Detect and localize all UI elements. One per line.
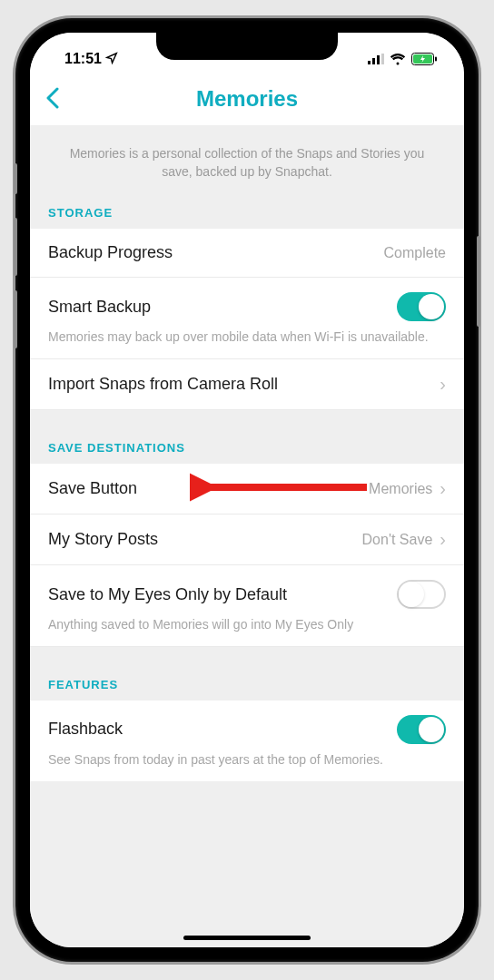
flashback-toggle[interactable] xyxy=(397,715,446,744)
row-backup-progress[interactable]: Backup Progress Complete xyxy=(30,229,464,278)
flashback-label: Flashback xyxy=(48,720,123,739)
chevron-right-icon: › xyxy=(440,529,446,550)
row-my-story-posts[interactable]: My Story Posts Don't Save › xyxy=(30,514,464,565)
flashback-helper: See Snaps from today in past years at th… xyxy=(48,751,446,769)
save-button-label: Save Button xyxy=(48,479,137,498)
screen: 11:51 Memories xyxy=(30,33,464,947)
smart-backup-helper: Memories may back up over mobile data wh… xyxy=(48,328,446,346)
my-story-posts-value: Don't Save xyxy=(362,532,433,548)
my-story-posts-label: My Story Posts xyxy=(48,530,158,549)
svg-rect-0 xyxy=(368,61,370,64)
backup-progress-label: Backup Progress xyxy=(48,243,173,262)
svg-rect-2 xyxy=(377,55,380,64)
page-description: Memories is a personal collection of the… xyxy=(30,125,464,193)
row-import-snaps[interactable]: Import Snaps from Camera Roll › xyxy=(30,359,464,410)
home-indicator[interactable] xyxy=(183,936,311,940)
silent-switch xyxy=(14,163,17,194)
svg-rect-6 xyxy=(435,57,437,62)
chevron-right-icon: › xyxy=(440,374,446,395)
location-arrow-icon xyxy=(105,52,118,67)
power-button xyxy=(477,236,480,327)
row-save-button[interactable]: Save Button Memories › xyxy=(30,464,464,514)
save-eyes-only-helper: Anything saved to Memories will go into … xyxy=(48,616,446,633)
svg-rect-3 xyxy=(381,54,384,64)
back-button[interactable] xyxy=(46,84,59,113)
smart-backup-label: Smart Backup xyxy=(48,298,151,317)
row-smart-backup: Smart Backup Memories may back up over m… xyxy=(30,278,464,359)
save-eyes-only-toggle[interactable] xyxy=(397,580,446,609)
section-header-features: FEATURES xyxy=(30,647,464,701)
volume-down-button xyxy=(14,290,17,348)
page-title: Memories xyxy=(196,86,298,112)
battery-charging-icon xyxy=(411,53,437,65)
backup-progress-value: Complete xyxy=(384,245,446,261)
section-header-save-destinations: SAVE DESTINATIONS xyxy=(30,410,464,464)
save-eyes-only-label: Save to My Eyes Only by Default xyxy=(48,585,287,604)
row-flashback: Flashback See Snaps from today in past y… xyxy=(30,701,464,781)
wifi-icon xyxy=(390,54,406,65)
chevron-right-icon: › xyxy=(440,478,446,499)
notch xyxy=(156,33,338,60)
nav-header: Memories xyxy=(30,73,464,125)
save-button-value: Memories xyxy=(369,481,432,497)
import-snaps-label: Import Snaps from Camera Roll xyxy=(48,375,278,394)
phone-frame: 11:51 Memories xyxy=(15,18,479,962)
cellular-signal-icon xyxy=(368,54,384,64)
status-time: 11:51 xyxy=(64,51,102,67)
content-area: Memories is a personal collection of the… xyxy=(30,125,464,947)
section-header-storage: STORAGE xyxy=(30,193,464,229)
svg-rect-1 xyxy=(372,58,375,64)
volume-up-button xyxy=(14,218,17,276)
smart-backup-toggle[interactable] xyxy=(397,292,446,321)
annotation-arrow xyxy=(190,469,371,509)
row-save-eyes-only: Save to My Eyes Only by Default Anything… xyxy=(30,565,464,647)
